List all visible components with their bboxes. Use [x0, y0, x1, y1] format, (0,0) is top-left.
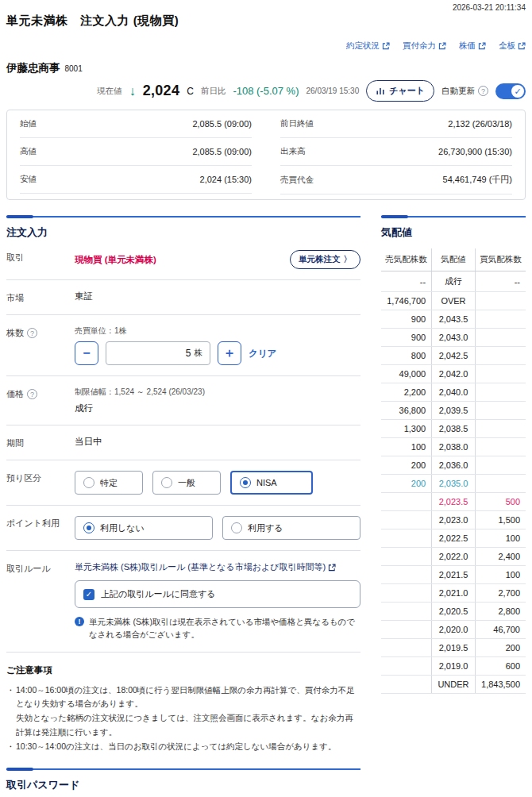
rule-info-note: ! 単元未満株 (S株)取引は現在表示されている市場や価格と異なるものでなされる… — [75, 615, 360, 641]
period-value: 当日中 — [75, 436, 360, 448]
help-icon[interactable]: ? — [27, 389, 37, 399]
quote-row: 2,019.5200 — [381, 639, 526, 657]
quote-time: 26/03/19 15:30 — [306, 87, 359, 95]
account-type-row: 預り区分 特定 一般 NISA — [6, 460, 360, 506]
minus-icon: − — [83, 346, 90, 360]
external-link-icon — [518, 42, 526, 50]
quote-row: 2,022.02,400 — [381, 548, 526, 566]
trading-rule-link[interactable]: 単元未満株 (S株)取引ルール (基準となる市場および取引時間等) — [75, 561, 336, 573]
quote-row-best-bid: 2,023.5500 — [381, 493, 526, 511]
quote-row: 1,3002,038.5 — [381, 420, 526, 438]
summary-left-column: 始値 2,085.5 (09:00) 高値 2,085.5 (09:00) 安値… — [20, 110, 252, 194]
quote-row: 2,020.046,700 — [381, 621, 526, 639]
help-icon[interactable]: ? — [27, 328, 37, 338]
stock-header: 伊藤忠商事 8001 — [6, 61, 526, 75]
auto-update-label-group: 自動更新 ? — [441, 86, 488, 97]
quote-row: 1002,038.0 — [381, 438, 526, 456]
point-use-label: ポイント利用 — [6, 516, 75, 529]
chevron-right-icon: 〉 — [344, 254, 353, 265]
market-order-value: 成行 — [75, 402, 360, 414]
quote-row: 1,746,700OVER — [381, 292, 526, 310]
sell-qty-header: 売気配株数 — [381, 248, 432, 271]
external-link-icon — [438, 42, 446, 50]
price-flag: C — [187, 86, 194, 97]
quote-row: 2,019.0600 — [381, 657, 526, 676]
price-down-arrow-icon: ↓ — [129, 85, 136, 98]
quote-row: --成行-- — [381, 271, 526, 292]
chart-icon — [376, 87, 385, 96]
price-summary-box: 始値 2,085.5 (09:00) 高値 2,085.5 (09:00) 安値… — [6, 110, 526, 200]
quantity-plus-button[interactable]: ＋ — [218, 341, 241, 365]
price-header: 気配値 — [432, 248, 476, 271]
trading-rule-label: 取引ルール — [6, 561, 75, 575]
auto-update-toggle[interactable]: ✓ — [495, 83, 526, 99]
stock-code: 8001 — [65, 64, 83, 73]
quantity-stepper: − 5 株 ＋ クリア — [75, 341, 360, 365]
checkbox-checked-icon[interactable]: ✓ — [83, 589, 94, 600]
turnover-label: 売買代金 — [280, 175, 314, 186]
price-label-group: 価格 ? — [6, 387, 75, 400]
market-value: 東証 — [75, 291, 360, 302]
note-item: 14:00～16:00頃の注文は、18:00頃に行う翌日制限値幅上限の余力再計算… — [6, 683, 360, 712]
quote-row: 9002,043.0 — [381, 329, 526, 347]
quote-row: 2,023.01,500 — [381, 511, 526, 529]
link-executions[interactable]: 約定状況 — [346, 40, 390, 52]
order-entry-page: 2026-03-21 20:11:34 単元未満株 注文入力 (現物買) 約定状… — [0, 0, 532, 797]
quote-row: 2,021.5100 — [381, 566, 526, 584]
page-title: 単元未満株 注文入力 (現物買) — [6, 13, 526, 29]
radio-point-use[interactable]: 利用する — [222, 516, 360, 540]
summary-prev-close-row: 前日終値 2,132 (26/03/18) — [280, 110, 512, 138]
market-label: 市場 — [6, 291, 75, 304]
volume-label: 出来高 — [280, 146, 306, 157]
quote-row: 2,021.02,700 — [381, 584, 526, 603]
link-buying-power[interactable]: 買付余力 — [403, 40, 446, 52]
quote-row: 8002,042.5 — [381, 347, 526, 365]
toggle-check-icon: ✓ — [511, 85, 524, 98]
clear-button[interactable]: クリア — [249, 348, 276, 360]
radio-account-ippan[interactable]: 一般 — [152, 471, 221, 495]
open-label: 始値 — [20, 118, 37, 129]
radio-point-not-use[interactable]: 利用しない — [75, 516, 213, 540]
current-price-label: 現在値 — [97, 86, 122, 97]
quantity-input[interactable]: 5 株 — [106, 341, 210, 365]
summary-high-row: 高値 2,085.5 (09:00) — [20, 138, 252, 166]
unit-share-order-button[interactable]: 単元株注文 〉 — [290, 250, 360, 269]
external-link-icon — [478, 42, 486, 50]
quote-section-header: 気配値 — [381, 216, 526, 240]
price-row-form: 価格 ? 制限値幅：1,524 ～ 2,524 (26/03/23) 成行 — [6, 376, 360, 425]
quote-board-column: 気配値 売気配株数 気配値 買気配株数 --成行-- 1,746,700OVER… — [381, 216, 526, 694]
note-item: 10:30～14:00の注文は、当日のお取引の状況によっては約定しない場合があり… — [6, 740, 360, 754]
radio-selected-icon — [240, 477, 251, 488]
summary-open-row: 始値 2,085.5 (09:00) — [20, 110, 252, 138]
radio-account-tokutei[interactable]: 特定 — [75, 471, 143, 495]
quote-section-title: 気配値 — [381, 225, 526, 240]
quote-row: 2,022.5100 — [381, 529, 526, 548]
summary-turnover-row: 売買代金 54,461,749 (千円) — [280, 166, 512, 194]
radio-selected-icon — [83, 522, 94, 533]
plus-icon: ＋ — [223, 345, 236, 362]
link-full-board[interactable]: 全板 — [499, 40, 526, 52]
quantity-minus-button[interactable]: − — [75, 341, 98, 365]
chart-button[interactable]: チャート — [366, 80, 434, 102]
summary-volume-row: 出来高 26,730,900 (15:30) — [280, 138, 512, 166]
market-row: 市場 東証 — [6, 280, 360, 315]
radio-account-nisa[interactable]: NISA — [230, 471, 313, 495]
help-icon[interactable]: ? — [478, 86, 488, 96]
agree-rule-box[interactable]: ✓ 上記の取引ルールに同意する — [75, 580, 360, 608]
point-use-row: ポイント利用 利用しない 利用する — [6, 506, 360, 551]
toolbar-links: 約定状況 買付余力 株価 全板 — [6, 40, 526, 52]
quote-row-best-ask: 2002,035.0 — [381, 475, 526, 493]
buy-qty-header: 買気配株数 — [475, 248, 526, 271]
radio-icon — [83, 477, 94, 488]
price-row: 現在値 ↓ 2,024 C 前日比 -108 (-5.07 %) 26/03/1… — [6, 80, 526, 102]
turnover-value: 54,461,749 (千円) — [443, 174, 512, 186]
trade-label: 取引 — [6, 250, 75, 264]
quote-table: 売気配株数 気配値 買気配株数 --成行-- 1,746,700OVER 900… — [381, 248, 526, 694]
agree-rule-label: 上記の取引ルールに同意する — [101, 588, 216, 600]
quote-row: 36,8002,039.5 — [381, 402, 526, 420]
quote-row: 49,0002,042.0 — [381, 365, 526, 383]
link-stock-price[interactable]: 株価 — [459, 40, 486, 52]
trade-value: 現物買 (単元未満株) — [75, 254, 156, 266]
high-label: 高値 — [20, 146, 37, 157]
prev-close-value: 2,132 (26/03/18) — [448, 119, 512, 129]
